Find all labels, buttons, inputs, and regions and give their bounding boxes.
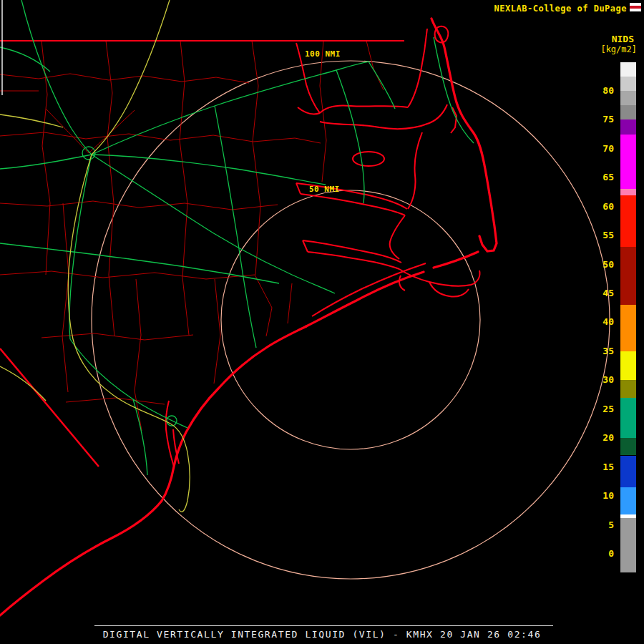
colorbar-tick-label: 0 bbox=[591, 547, 614, 560]
colorbar-segment bbox=[620, 91, 636, 105]
colorbar-tick-label: 65 bbox=[591, 171, 614, 184]
roads-green-layer bbox=[0, 0, 474, 475]
colorbar-segment bbox=[620, 135, 636, 190]
colorbar-tick-label: 30 bbox=[591, 374, 614, 386]
product-title: DIGITAL VERTICALLY INTEGRATED LIQUID (VI… bbox=[0, 629, 644, 640]
colorbar-segment bbox=[620, 351, 636, 380]
range-ring-label-50nmi: 50 NMI bbox=[309, 185, 340, 194]
colorbar-tick-label: 45 bbox=[591, 287, 614, 300]
colorbar-segment bbox=[620, 189, 636, 195]
colorbar-tick-label: 15 bbox=[591, 461, 614, 474]
colorbar-segment bbox=[620, 247, 636, 305]
colorbar-tick-label: 40 bbox=[591, 316, 614, 328]
colorbar-segment bbox=[620, 119, 636, 134]
colorbar-tick-label: 35 bbox=[591, 345, 614, 358]
colorbar-tick-label: 75 bbox=[591, 113, 614, 126]
colorbar-tick-label: 25 bbox=[591, 403, 614, 416]
colorbar-segment bbox=[620, 518, 636, 572]
colorbar-units: [kg/m2] bbox=[600, 44, 637, 54]
colorbar-segment bbox=[620, 514, 636, 518]
colorbar-segment bbox=[620, 438, 636, 455]
southern-coast bbox=[0, 326, 306, 615]
colorbar-segment bbox=[620, 195, 636, 248]
roads-yellow-layer bbox=[0, 0, 190, 512]
colorbar-tick-label: 55 bbox=[591, 229, 614, 242]
colorbar-tick-label: 10 bbox=[591, 489, 614, 502]
radar-display: NEXLAB-College of DuPage NIDS [kg/m2] 80… bbox=[0, 0, 644, 644]
county-lines-layer bbox=[0, 41, 384, 431]
colorbar-tick-label: 50 bbox=[591, 258, 614, 271]
colorbar-segment bbox=[620, 380, 636, 397]
radar-map bbox=[0, 0, 644, 644]
colorbar-segment bbox=[620, 456, 636, 487]
nc-sc-border bbox=[0, 348, 99, 467]
outer-banks-coast bbox=[431, 19, 497, 251]
range-rings bbox=[92, 61, 610, 579]
colorbar-tick-label: 80 bbox=[591, 84, 614, 97]
colorbar-tick-label: 5 bbox=[591, 519, 614, 532]
colorbar-segment bbox=[620, 105, 636, 119]
colorbar-segment bbox=[620, 305, 636, 351]
range-ring-100nmi bbox=[92, 61, 610, 579]
colorbar-segment bbox=[620, 398, 636, 439]
footer-divider bbox=[94, 625, 553, 626]
brand-text: NEXLAB-College of DuPage bbox=[494, 4, 627, 14]
state-borders-layer bbox=[0, 41, 404, 467]
colorbar-title: NIDS bbox=[612, 34, 634, 44]
cod-logo-icon bbox=[630, 3, 641, 12]
colorbar-segment bbox=[620, 487, 636, 514]
range-ring-label-100nmi: 100 NMI bbox=[305, 49, 341, 59]
colorbar-segment bbox=[620, 77, 636, 91]
colorbar-segment bbox=[620, 62, 636, 77]
colorbar-tick-label: 20 bbox=[591, 431, 614, 444]
coastline-layer bbox=[0, 19, 497, 615]
range-ring-50nmi bbox=[221, 190, 480, 449]
colorbar-tick-label: 70 bbox=[591, 142, 614, 155]
colorbar-tick-label: 60 bbox=[591, 200, 614, 213]
water-features-layer bbox=[166, 26, 480, 467]
